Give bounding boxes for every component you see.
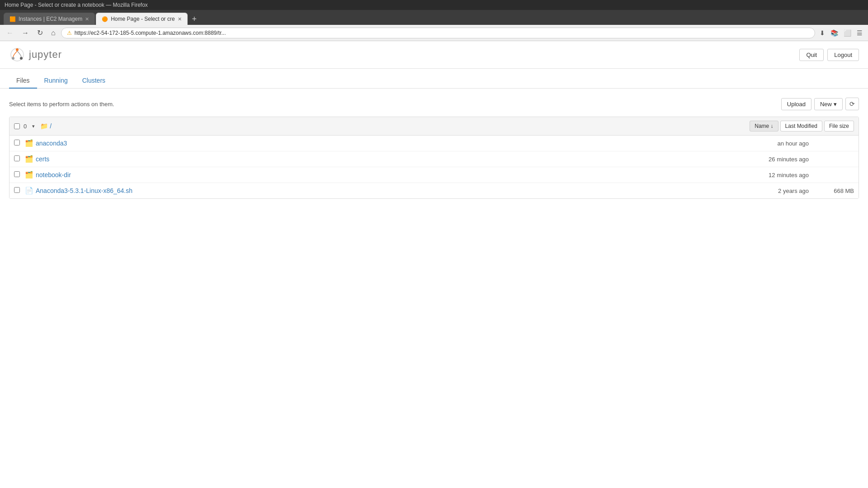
row-checkbox-1[interactable] [14,155,25,163]
new-dropdown-arrow: ▾ [834,101,837,108]
quit-button[interactable]: Quit [799,49,824,61]
tab-1-icon: 🟧 [9,16,16,22]
browser-tab-2[interactable]: 🟠 Home Page - Select or cre ✕ [96,13,187,25]
select-all-checkbox[interactable] [14,123,20,129]
sort-dropdown-arrow[interactable]: ▾ [30,122,37,130]
jupyter-header: jupyter Quit Logout [0,41,868,69]
browser-tabs-bar: 🟧 Instances | EC2 Managem ✕ 🟠 Home Page … [0,10,868,25]
file-name-2[interactable]: notebook-dir [36,171,727,178]
file-table-header-left: 0 ▾ 📁 / [14,122,750,130]
breadcrumb-path: / [50,122,52,130]
file-table-header: 0 ▾ 📁 / Name ↓ Last Modified File size [9,117,859,136]
file-rows-container: 🗂️ anaconda3 an hour ago 🗂️ certs 26 min… [9,136,859,198]
name-sort-button[interactable]: Name ↓ [750,121,778,131]
titlebar-text: Home Page - Select or create a notebook … [5,2,148,8]
svg-point-2 [12,57,14,60]
forward-button[interactable]: → [19,27,32,39]
file-modified-1: 26 minutes ago [727,156,809,163]
new-button-label: New [820,101,832,108]
tab-1-label: Instances | EC2 Managem [19,16,82,22]
upload-button[interactable]: Upload [781,98,811,110]
row-checkbox-0[interactable] [14,140,25,147]
file-size-sort-button[interactable]: File size [824,121,854,131]
file-modified-0: an hour ago [727,140,809,147]
file-browser-header: Select items to perform actions on them.… [9,98,859,110]
file-browser-actions: Upload New ▾ ⟳ [781,98,859,110]
new-tab-button[interactable]: + [189,13,201,25]
table-row: 📄 Anaconda3-5.3.1-Linux-x86_64.sh 2 year… [9,183,859,198]
tabs-icon[interactable]: ⬜ [842,28,853,38]
folder-icon: 🗂️ [25,155,36,163]
tab-clusters[interactable]: Clusters [75,73,113,89]
breadcrumb-folder[interactable]: 📁 / [40,122,52,130]
file-name-3[interactable]: Anaconda3-5.3.1-Linux-x86_64.sh [36,187,727,194]
menu-icon[interactable]: ☰ [855,28,864,38]
row-checkbox-2[interactable] [14,171,25,178]
file-name-0[interactable]: anaconda3 [36,140,727,147]
reload-button[interactable]: ↻ [34,27,46,39]
file-checkbox-1[interactable] [14,155,20,161]
jupyter-logo-text: jupyter [29,49,62,61]
url-text: https://ec2-54-172-185-5.compute-1.amazo… [75,30,809,36]
tab-files[interactable]: Files [9,73,37,89]
svg-point-1 [16,48,19,51]
name-col-label: Name [755,123,769,129]
folder-icon: 🗂️ [25,171,36,179]
lock-icon: ⚠ [67,30,72,36]
table-row: 🗂️ notebook-dir 12 minutes ago [9,167,859,183]
header-buttons: Quit Logout [799,49,859,61]
file-icon: 📄 [25,187,36,195]
browser-toolbar: ← → ↻ ⌂ ⚠ https://ec2-54-172-185-5.compu… [0,25,868,41]
file-checkbox-2[interactable] [14,171,20,177]
file-name-1[interactable]: certs [36,155,727,163]
svg-point-3 [20,57,23,60]
row-checkbox-3[interactable] [14,187,25,194]
library-icon[interactable]: 📚 [829,28,840,38]
breadcrumb-folder-icon: 📁 [40,122,48,130]
select-hint: Select items to perform actions on them. [9,101,114,108]
browser-tab-1[interactable]: 🟧 Instances | EC2 Managem ✕ [4,13,95,25]
file-size-3: 668 MB [809,188,854,194]
home-button[interactable]: ⌂ [48,27,58,39]
logout-button[interactable]: Logout [827,49,859,61]
tab-2-close[interactable]: ✕ [178,16,182,22]
file-checkbox-0[interactable] [14,140,20,145]
tab-1-close[interactable]: ✕ [85,16,89,22]
new-button[interactable]: New ▾ [814,98,843,110]
jupyter-logo: jupyter [9,47,62,63]
tab-2-label: Home Page - Select or cre [111,16,175,22]
page-content: jupyter Quit Logout Files Running Cluste… [0,41,868,430]
refresh-button[interactable]: ⟳ [845,98,859,110]
tab-running[interactable]: Running [37,73,75,89]
file-checkbox-3[interactable] [14,187,20,193]
nav-tabs: Files Running Clusters [0,73,868,89]
jupyter-logo-icon [9,47,25,63]
file-table-header-right: Name ↓ Last Modified File size [750,121,854,131]
file-browser: Select items to perform actions on them.… [0,89,868,208]
file-table: 0 ▾ 📁 / Name ↓ Last Modified File size [9,117,859,199]
back-button[interactable]: ← [4,27,16,39]
file-modified-2: 12 minutes ago [727,172,809,178]
browser-titlebar: Home Page - Select or create a notebook … [0,0,868,10]
folder-icon: 🗂️ [25,139,36,147]
last-modified-sort-button[interactable]: Last Modified [780,121,822,131]
file-modified-3: 2 years ago [727,188,809,194]
toolbar-icons: ⬇ 📚 ⬜ ☰ [818,28,864,38]
item-count: 0 [24,123,27,130]
address-bar[interactable]: ⚠ https://ec2-54-172-185-5.compute-1.ama… [61,28,815,38]
table-row: 🗂️ certs 26 minutes ago [9,151,859,167]
sort-icon: ↓ [771,123,774,129]
table-row: 🗂️ anaconda3 an hour ago [9,136,859,151]
downloads-icon[interactable]: ⬇ [818,28,827,38]
tab-2-icon: 🟠 [102,16,108,22]
